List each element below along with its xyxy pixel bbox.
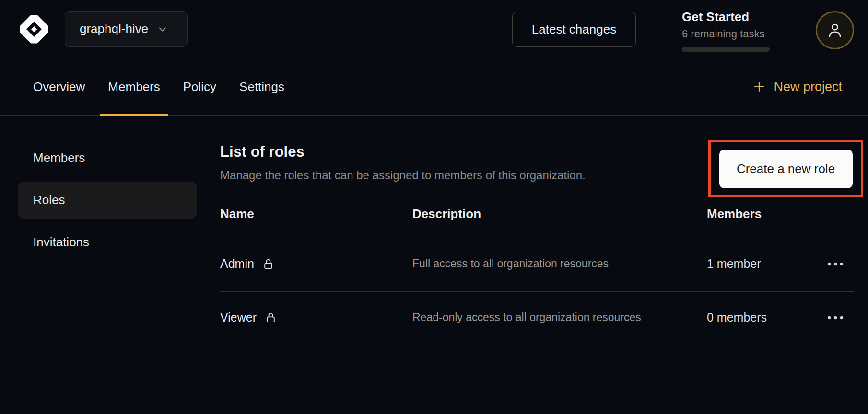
lock-icon bbox=[264, 311, 277, 324]
new-project-label: New project bbox=[774, 80, 842, 94]
column-header-description: Description bbox=[412, 207, 707, 221]
org-name: graphql-hive bbox=[80, 22, 148, 36]
latest-changes-button[interactable]: Latest changes bbox=[512, 12, 636, 47]
row-menu-button[interactable] bbox=[818, 259, 854, 269]
ellipsis-icon bbox=[827, 262, 845, 266]
sidebar-item-roles[interactable]: Roles bbox=[18, 182, 197, 218]
get-started-remaining-tasks: 6 remaining tasks bbox=[682, 28, 778, 40]
tab-settings[interactable]: Settings bbox=[232, 58, 292, 115]
tab-label: Overview bbox=[33, 80, 85, 94]
role-member-count: 0 members bbox=[707, 310, 818, 324]
column-header-members: Members bbox=[707, 207, 818, 221]
lock-icon bbox=[262, 257, 275, 270]
role-name: Admin bbox=[220, 257, 254, 271]
members-section-sidebar: Members Roles Invitations bbox=[18, 139, 197, 266]
role-description: Full access to all organization resource… bbox=[412, 255, 659, 272]
roles-table: Name Description Members Admin Full acce… bbox=[220, 183, 854, 343]
get-started-title: Get Started bbox=[682, 10, 778, 24]
table-row: Viewer Read-only access to all organizat… bbox=[220, 292, 854, 343]
role-name: Viewer bbox=[220, 310, 257, 324]
new-project-link[interactable]: New project bbox=[752, 80, 842, 94]
tab-members[interactable]: Members bbox=[100, 58, 167, 115]
org-tabbar: Overview Members Policy Settings New pro… bbox=[0, 58, 868, 116]
create-new-role-button[interactable]: Create a new role bbox=[719, 150, 853, 188]
tab-label: Settings bbox=[239, 80, 284, 94]
get-started-widget[interactable]: Get Started 6 remaining tasks bbox=[682, 10, 778, 52]
sidebar-item-invitations[interactable]: Invitations bbox=[18, 224, 197, 261]
tab-overview[interactable]: Overview bbox=[25, 58, 93, 115]
annotation-highlight-box: Create a new role bbox=[708, 140, 863, 197]
user-icon bbox=[826, 21, 844, 39]
row-menu-button[interactable] bbox=[818, 312, 854, 323]
user-avatar-button[interactable] bbox=[816, 11, 854, 49]
top-header: graphql-hive Latest changes Get Started … bbox=[0, 0, 868, 58]
hive-logo bbox=[18, 13, 50, 45]
plus-icon bbox=[752, 80, 766, 93]
tab-policy[interactable]: Policy bbox=[176, 58, 224, 115]
tab-label: Policy bbox=[183, 80, 216, 94]
role-member-count: 1 member bbox=[707, 257, 818, 271]
sidebar-item-members[interactable]: Members bbox=[18, 139, 197, 176]
get-started-progress-bar bbox=[682, 47, 770, 52]
roles-panel: List of roles Manage the roles that can … bbox=[220, 116, 854, 343]
ellipsis-icon bbox=[827, 315, 845, 320]
column-header-name: Name bbox=[220, 207, 412, 221]
table-row: Admin Full access to all organization re… bbox=[220, 236, 854, 292]
tab-label: Members bbox=[108, 80, 160, 94]
chevron-down-icon bbox=[157, 23, 168, 35]
role-description: Read-only access to all organization res… bbox=[412, 309, 659, 326]
org-switcher-button[interactable]: graphql-hive bbox=[65, 11, 188, 47]
